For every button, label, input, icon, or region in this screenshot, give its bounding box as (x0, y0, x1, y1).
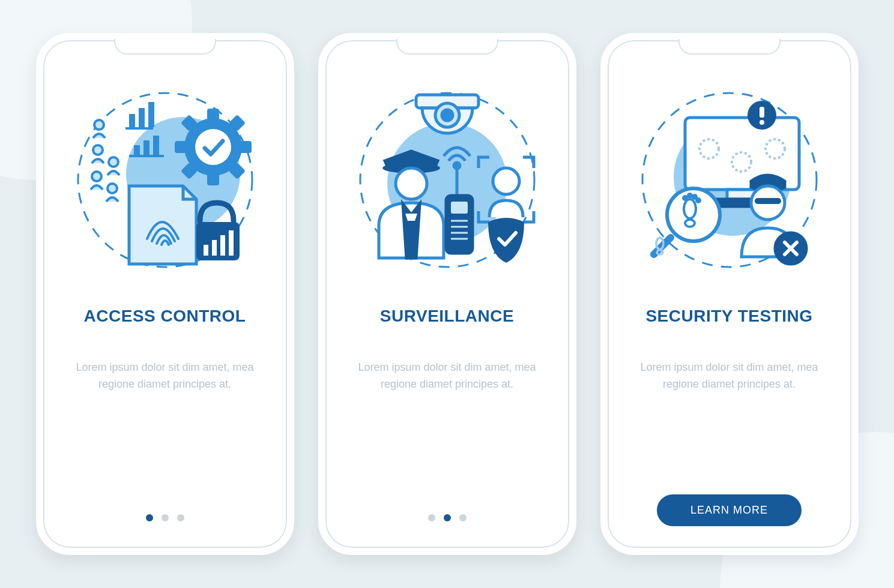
page-dot-2[interactable] (444, 514, 451, 521)
svg-point-63 (696, 199, 700, 202)
screen-title: SURVEILLANCE (380, 307, 514, 326)
screen-description: Lorem ipsum dolor sit dim amet, mea regi… (75, 359, 255, 393)
svg-rect-40 (451, 202, 468, 214)
svg-rect-21 (207, 109, 219, 121)
svg-point-29 (195, 129, 231, 165)
screen-title: SECURITY TESTING (645, 307, 812, 326)
magnifier-footprint-icon (654, 188, 720, 254)
svg-rect-12 (134, 145, 140, 155)
page-dot-1[interactable] (146, 514, 153, 521)
learn-more-button[interactable]: LEARN MORE (657, 494, 802, 526)
onboarding-mockup-row: ACCESS CONTROL Lorem ipsum dolor sit dim… (0, 0, 894, 588)
page-indicator[interactable] (428, 514, 467, 521)
svg-rect-19 (229, 230, 234, 256)
phone-notch (678, 39, 781, 55)
svg-rect-8 (129, 114, 135, 127)
svg-point-36 (396, 168, 427, 199)
fingerprint-icon (129, 186, 196, 264)
gear-check-icon (175, 109, 252, 185)
page-dot-1[interactable] (428, 514, 435, 521)
page-dot-2[interactable] (162, 514, 169, 521)
svg-rect-13 (143, 140, 150, 155)
svg-rect-24 (240, 141, 252, 153)
screen-title: ACCESS CONTROL (84, 307, 246, 326)
svg-rect-9 (139, 108, 145, 127)
svg-rect-22 (207, 173, 219, 185)
svg-point-6 (107, 184, 117, 193)
svg-rect-55 (760, 107, 764, 118)
screen-description: Lorem ipsum dolor sit dim amet, mea regi… (357, 359, 537, 393)
svg-point-60 (683, 196, 687, 200)
access-control-illustration (58, 69, 273, 291)
phone-mockup-1: ACCESS CONTROL Lorem ipsum dolor sit dim… (36, 33, 294, 555)
page-dot-3[interactable] (459, 514, 467, 521)
security-testing-illustration (622, 69, 837, 291)
shield-check-icon (488, 218, 524, 263)
page-indicator[interactable] (146, 514, 184, 521)
phone-notch (114, 39, 216, 55)
svg-rect-23 (175, 141, 187, 153)
screen-description: Lorem ipsum dolor sit dim amet, mea regi… (639, 359, 820, 393)
svg-rect-16 (204, 245, 208, 256)
svg-rect-10 (148, 102, 154, 127)
svg-point-5 (92, 172, 101, 181)
alert-icon (748, 101, 776, 130)
svg-point-45 (493, 168, 519, 194)
svg-rect-18 (220, 235, 225, 256)
page-dot-3[interactable] (177, 514, 184, 521)
svg-rect-17 (212, 240, 217, 256)
phone-notch (396, 39, 498, 55)
svg-point-56 (760, 120, 764, 125)
svg-point-4 (109, 157, 118, 167)
svg-point-2 (94, 120, 104, 130)
svg-point-34 (442, 110, 453, 121)
svg-point-62 (693, 195, 696, 199)
phone-mockup-2: SURVEILLANCE Lorem ipsum dolor sit dim a… (318, 33, 576, 555)
svg-point-38 (454, 163, 460, 169)
surveillance-illustration (340, 69, 555, 291)
svg-point-3 (93, 145, 103, 155)
svg-rect-68 (755, 198, 781, 204)
svg-point-61 (688, 194, 692, 197)
phone-mockup-3: SECURITY TESTING Lorem ipsum dolor sit d… (600, 33, 859, 555)
svg-rect-14 (153, 136, 159, 155)
